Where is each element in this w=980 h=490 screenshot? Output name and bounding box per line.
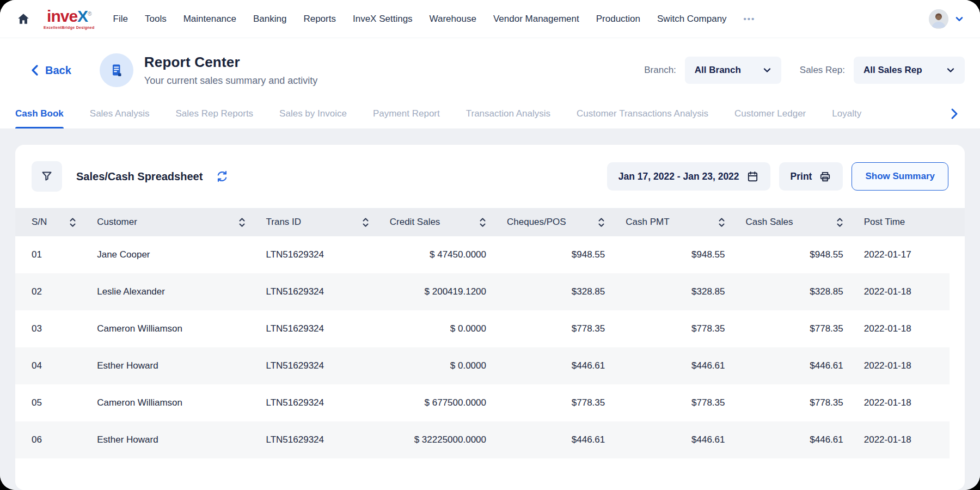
sort-icon xyxy=(362,217,369,228)
cell-customer: Esther Howard xyxy=(97,421,266,458)
cashbook-table: S/NCustomerTrans IDCredit SalesCheques/P… xyxy=(15,208,965,458)
nav-item-switch-company[interactable]: Switch Company xyxy=(657,11,727,27)
header-spacer xyxy=(950,208,965,236)
table-row[interactable]: 06Esther HowardLTN51629324$ 32225000.000… xyxy=(15,421,965,458)
cell-cheques-pos: $948.55 xyxy=(507,236,626,273)
table-row[interactable]: 04Esther HowardLTN51629324$ 0.0000$446.6… xyxy=(15,347,965,384)
row-spacer xyxy=(950,421,965,458)
nav-right xyxy=(929,9,964,29)
table-row[interactable]: 02Leslie AlexanderLTN51629324$ 200419.12… xyxy=(15,273,965,310)
refresh-icon xyxy=(216,170,229,183)
back-button[interactable]: Back xyxy=(30,64,71,77)
page-title: Report Center xyxy=(144,54,317,71)
show-summary-button[interactable]: Show Summary xyxy=(852,162,948,191)
tab-payment-report[interactable]: Payment Report xyxy=(373,99,440,128)
tab-sales-rep-reports[interactable]: Sales Rep Reports xyxy=(175,99,253,128)
refresh-button[interactable] xyxy=(216,170,229,183)
header-filters: Branch: All Branch Sales Rep: All Sales … xyxy=(644,57,965,84)
nav-item-reports[interactable]: Reports xyxy=(303,11,336,27)
cell-cash-sales: $446.61 xyxy=(746,347,864,384)
nav-item-production[interactable]: Production xyxy=(596,11,640,27)
column-header-cash-sales[interactable]: Cash Sales xyxy=(746,208,864,236)
invex-logo[interactable]: inveX® ExcellentBridge Designed xyxy=(44,8,95,29)
nav-item-vendor-management[interactable]: Vendor Management xyxy=(493,11,579,27)
chevron-left-icon xyxy=(30,64,39,76)
overflow-menu-button[interactable]: ••• xyxy=(744,14,756,23)
cell-credit-sales: $ 0.0000 xyxy=(390,347,507,384)
home-button[interactable] xyxy=(16,12,30,26)
filter-icon xyxy=(40,170,53,183)
row-spacer xyxy=(950,384,965,421)
page-header: Back Report Center Your current sales su… xyxy=(0,38,980,99)
cell-sn: 06 xyxy=(15,421,97,458)
logo-tagline: ExcellentBridge Designed xyxy=(44,26,95,29)
spreadsheet-title: Sales/Cash Spreadsheet xyxy=(76,170,203,183)
cell-cash-pmt: $778.35 xyxy=(626,310,745,347)
tab-customer-transactions-analysis[interactable]: Customer Transactions Analysis xyxy=(577,99,708,128)
tab-customer-ledger[interactable]: Customer Ledger xyxy=(734,99,806,128)
cell-credit-sales: $ 0.0000 xyxy=(390,310,507,347)
chevron-down-icon xyxy=(946,67,955,74)
branch-select[interactable]: All Branch xyxy=(685,57,781,84)
page-subtitle: Your current sales summary and activity xyxy=(144,75,317,87)
row-spacer xyxy=(950,236,965,273)
nav-item-banking[interactable]: Banking xyxy=(253,11,286,27)
nav-item-maintenance[interactable]: Maintenance xyxy=(183,11,236,27)
cell-cash-sales: $778.35 xyxy=(746,384,864,421)
branch-label: Branch: xyxy=(644,65,676,76)
print-button[interactable]: Print xyxy=(779,162,843,191)
nav-item-warehouse[interactable]: Warehouse xyxy=(430,11,476,27)
cell-trans-id: LTN51629324 xyxy=(266,310,390,347)
tab-transaction-analysis[interactable]: Transaction Analysis xyxy=(466,99,550,128)
tab-loyalty[interactable]: Loyalty xyxy=(832,99,861,128)
avatar-image xyxy=(929,9,948,29)
cell-cash-sales: $328.85 xyxy=(746,273,864,310)
cell-credit-sales: $ 32225000.0000 xyxy=(390,421,507,458)
cell-cash-sales: $778.35 xyxy=(746,310,864,347)
filter-button[interactable] xyxy=(32,161,62,192)
cell-customer: Cameron Williamson xyxy=(97,384,266,421)
column-header-customer[interactable]: Customer xyxy=(97,208,266,236)
nav-item-file[interactable]: File xyxy=(113,11,128,27)
table-row[interactable]: 03Cameron WilliamsonLTN51629324$ 0.0000$… xyxy=(15,310,965,347)
cell-customer: Cameron Williamson xyxy=(97,310,266,347)
column-header-trans-id[interactable]: Trans ID xyxy=(266,208,390,236)
title-block: Report Center Your current sales summary… xyxy=(144,54,317,87)
home-icon xyxy=(16,12,30,26)
sales-rep-select[interactable]: All Sales Rep xyxy=(854,57,965,84)
sales-rep-value: All Sales Rep xyxy=(863,65,922,76)
table-body: 01Jane CooperLTN51629324$ 47450.0000$948… xyxy=(15,236,965,458)
sort-icon xyxy=(238,217,246,228)
column-header-sn[interactable]: S/N xyxy=(15,208,97,236)
cell-sn: 01 xyxy=(15,236,97,273)
profile-menu-button[interactable] xyxy=(955,16,964,22)
avatar[interactable] xyxy=(929,9,948,29)
cell-sn: 04 xyxy=(15,347,97,384)
column-label: Post Time xyxy=(864,217,905,228)
table-row[interactable]: 01Jane CooperLTN51629324$ 47450.0000$948… xyxy=(15,236,965,273)
table-row[interactable]: 05Cameron WilliamsonLTN51629324$ 677500.… xyxy=(15,384,965,421)
table-head: S/NCustomerTrans IDCredit SalesCheques/P… xyxy=(15,208,965,236)
cell-trans-id: LTN51629324 xyxy=(266,384,390,421)
cell-trans-id: LTN51629324 xyxy=(266,236,390,273)
tabs-next-button[interactable] xyxy=(928,99,980,128)
tab-sales-by-invoice[interactable]: Sales by Invoice xyxy=(279,99,347,128)
cell-credit-sales: $ 47450.0000 xyxy=(390,236,507,273)
tab-sales-analysis[interactable]: Sales Analysis xyxy=(90,99,150,128)
column-header-cheques-pos[interactable]: Cheques/POS xyxy=(507,208,626,236)
nav-item-tools[interactable]: Tools xyxy=(145,11,167,27)
cell-cash-pmt: $948.55 xyxy=(626,236,745,273)
chevron-right-icon xyxy=(950,108,958,120)
row-spacer xyxy=(950,273,965,310)
column-header-credit-sales[interactable]: Credit Sales xyxy=(390,208,507,236)
date-range-button[interactable]: Jan 17, 2022 - Jan 23, 2022 xyxy=(607,162,770,191)
column-label: Cheques/POS xyxy=(507,217,566,228)
calendar-icon xyxy=(746,170,759,183)
tab-cash-book[interactable]: Cash Book xyxy=(15,99,64,128)
cell-customer: Leslie Alexander xyxy=(97,273,266,310)
cell-trans-id: LTN51629324 xyxy=(266,273,390,310)
toolbar-right: Jan 17, 2022 - Jan 23, 2022 Print xyxy=(607,162,948,191)
nav-item-invex-settings[interactable]: InveX Settings xyxy=(353,11,413,27)
logo-brand-blue: X xyxy=(77,7,88,25)
column-header-cash-pmt[interactable]: Cash PMT xyxy=(626,208,745,236)
